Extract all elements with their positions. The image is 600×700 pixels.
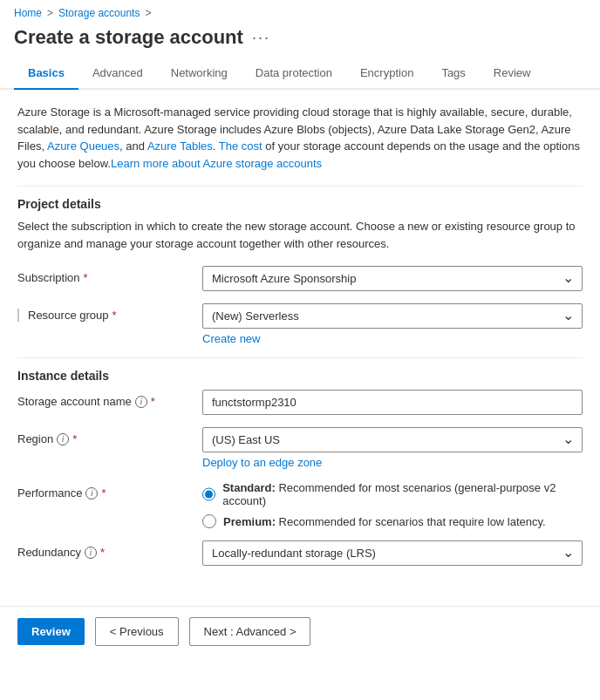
- tab-tags[interactable]: Tags: [427, 59, 479, 90]
- performance-options: Standard: Recommended for most scenarios…: [202, 481, 583, 528]
- the-cost-link[interactable]: The cost: [219, 139, 262, 153]
- more-options-button[interactable]: ···: [252, 29, 270, 47]
- next-button[interactable]: Next : Advanced >: [189, 617, 311, 646]
- performance-info-icon[interactable]: i: [85, 487, 98, 500]
- subscription-required: *: [84, 271, 88, 284]
- previous-button[interactable]: < Previous: [95, 617, 179, 646]
- tab-encryption[interactable]: Encryption: [346, 59, 427, 90]
- subscription-dropdown[interactable]: Microsoft Azure Sponsorship: [202, 266, 583, 291]
- region-dropdown[interactable]: (US) East US: [202, 427, 583, 452]
- home-link[interactable]: Home: [14, 7, 42, 19]
- project-details-desc: Select the subscription in which to crea…: [17, 218, 583, 252]
- page-title: Create a storage account: [14, 26, 243, 49]
- tab-bar: Basics Advanced Networking Data protecti…: [0, 59, 600, 90]
- learn-more-link[interactable]: Learn more about Azure storage accounts: [111, 157, 322, 170]
- performance-row: Performance i * Standard: Recommended fo…: [17, 481, 583, 528]
- resource-group-label: Resource group: [28, 309, 109, 322]
- storage-name-row: Storage account name i *: [17, 390, 583, 415]
- region-label: Region i *: [17, 427, 192, 445]
- project-details-title: Project details: [17, 197, 583, 211]
- divider2: [17, 357, 583, 358]
- separator2: >: [145, 7, 151, 19]
- region-required: *: [72, 432, 77, 445]
- redundancy-dropdown[interactable]: Locally-redundant storage (LRS): [202, 540, 583, 566]
- resource-group-required: *: [112, 309, 117, 322]
- performance-premium-option[interactable]: Premium: Recommended for scenarios that …: [202, 514, 583, 528]
- subscription-field: Microsoft Azure Sponsorship: [202, 266, 583, 291]
- performance-standard-label: Standard: Recommended for most scenarios…: [222, 481, 583, 507]
- storage-name-field: [202, 390, 583, 415]
- performance-label: Performance i *: [17, 481, 192, 500]
- storage-name-info-icon[interactable]: i: [135, 396, 147, 408]
- resource-group-label-col: Resource group *: [17, 303, 192, 322]
- tab-advanced[interactable]: Advanced: [78, 59, 157, 90]
- region-field: (US) East US Deploy to an edge zone: [202, 427, 583, 469]
- redundancy-required: *: [100, 546, 105, 559]
- tab-data-protection[interactable]: Data protection: [242, 59, 346, 90]
- review-button[interactable]: Review: [17, 618, 85, 645]
- region-info-icon[interactable]: i: [57, 433, 69, 445]
- redundancy-info-icon[interactable]: i: [85, 547, 97, 559]
- tab-review[interactable]: Review: [480, 59, 545, 90]
- resource-group-row: Resource group * (New) Serverless Create…: [17, 303, 583, 345]
- performance-required: *: [101, 486, 106, 500]
- azure-queues-link[interactable]: Azure Queues: [47, 139, 119, 153]
- resource-group-dropdown[interactable]: (New) Serverless: [202, 303, 583, 329]
- redundancy-row: Redundancy i * Locally-redundant storage…: [17, 540, 583, 566]
- performance-premium-label: Premium: Recommended for scenarios that …: [223, 515, 546, 528]
- azure-tables-link[interactable]: Azure Tables: [147, 139, 213, 153]
- subscription-row: Subscription * Microsoft Azure Sponsorsh…: [17, 266, 583, 291]
- breadcrumb: Home > Storage accounts >: [0, 0, 600, 23]
- region-row: Region i * (US) East US Deploy to an edg…: [17, 427, 583, 469]
- storage-name-input[interactable]: [202, 390, 583, 415]
- divider1: [17, 186, 583, 187]
- tab-networking[interactable]: Networking: [157, 59, 242, 90]
- storage-name-label: Storage account name i *: [17, 390, 192, 408]
- subscription-label: Subscription *: [17, 266, 192, 284]
- deploy-edge-link[interactable]: Deploy to an edge zone: [202, 456, 583, 469]
- resource-group-field: (New) Serverless Create new: [202, 303, 583, 345]
- performance-standard-radio[interactable]: [202, 487, 215, 501]
- create-new-link[interactable]: Create new: [202, 332, 583, 345]
- storage-name-required: *: [151, 395, 155, 408]
- instance-details-title: Instance details: [17, 369, 583, 383]
- redundancy-label: Redundancy i *: [17, 540, 192, 559]
- storage-accounts-link[interactable]: Storage accounts: [58, 7, 140, 19]
- performance-standard-option[interactable]: Standard: Recommended for most scenarios…: [202, 481, 583, 507]
- performance-premium-radio[interactable]: [202, 514, 216, 528]
- tab-basics[interactable]: Basics: [14, 59, 78, 90]
- intro-description: Azure Storage is a Microsoft-managed ser…: [17, 104, 583, 172]
- redundancy-field: Locally-redundant storage (LRS): [202, 540, 583, 566]
- separator1: >: [47, 7, 53, 19]
- footer-bar: Review < Previous Next : Advanced >: [0, 606, 600, 656]
